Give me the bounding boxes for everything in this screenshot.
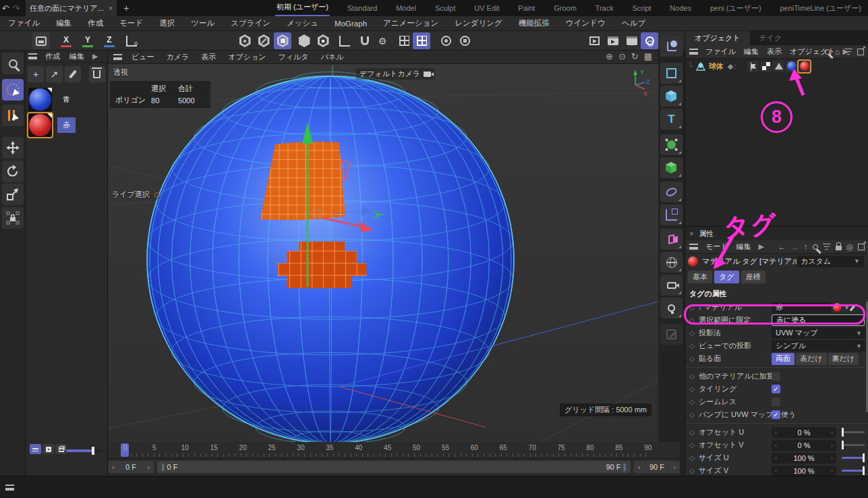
attr-diamond-icon[interactable]: ◇ <box>689 385 699 393</box>
layout-tab[interactable]: peni (ユーザー) <box>709 1 763 16</box>
subdivision-surface-button[interactable] <box>660 134 683 155</box>
grid-snap-button[interactable] <box>395 32 413 49</box>
model-mode-button[interactable] <box>295 32 313 49</box>
interactive-render-button[interactable] <box>641 32 658 49</box>
render-view-button[interactable] <box>585 32 603 49</box>
attr-diamond-icon[interactable]: ◇ <box>689 355 699 362</box>
filter-icon[interactable] <box>844 49 852 55</box>
hamburger-icon[interactable] <box>689 49 698 55</box>
tab-takes[interactable]: テイク <box>750 31 792 45</box>
decrement-icon[interactable]: ‹ <box>775 442 777 449</box>
export-icon[interactable] <box>858 244 865 250</box>
points-mode-button[interactable] <box>236 32 254 49</box>
range-start-handle[interactable]: ∥ <box>161 463 167 471</box>
render-picture-viewer-button[interactable] <box>604 32 622 49</box>
layout-tab[interactable]: Sculpt <box>434 1 457 15</box>
viewport-menu-item[interactable]: オプション <box>228 52 266 62</box>
material-tag-red[interactable] <box>799 61 810 72</box>
hamburger-icon[interactable] <box>689 244 698 250</box>
menu-item[interactable]: ヘルプ <box>614 18 654 28</box>
radial-settings-button[interactable] <box>456 32 473 49</box>
tab-objects[interactable]: オブジェクト <box>685 31 750 45</box>
target-icon[interactable]: ◎ <box>846 242 853 252</box>
projection-dropdown[interactable]: UVW マップ▼ <box>772 327 866 339</box>
undo-view-button[interactable] <box>32 32 50 49</box>
lock-workplane-tool-button[interactable] <box>2 207 24 229</box>
add-document-icon[interactable]: + <box>123 3 129 13</box>
attr-diamond-icon[interactable]: ◇ <box>689 316 699 324</box>
value-spinner[interactable]: ‹0 %› <box>772 440 836 451</box>
list-view-button[interactable] <box>30 444 41 454</box>
decrement-icon[interactable]: ‹ <box>112 463 115 471</box>
search-icon[interactable] <box>813 244 818 250</box>
current-frame-spinner[interactable]: ‹ 0 F › <box>108 461 154 473</box>
material-thumbnail[interactable] <box>28 113 52 137</box>
axis-lock-y-button[interactable]: Y <box>80 32 96 49</box>
axis-lock-x-button[interactable]: X <box>58 32 74 49</box>
tab-tag[interactable]: タグ <box>714 271 739 283</box>
viewport-menu-item[interactable]: フィルタ <box>279 52 309 62</box>
menu-item[interactable]: 選択 <box>151 18 183 28</box>
restrict-selection-input[interactable]: 赤に塗る <box>772 314 865 326</box>
decrement-icon[interactable]: ‹ <box>775 429 777 436</box>
redo-icon[interactable]: ↷ <box>11 3 22 13</box>
camera-label[interactable]: デフォルトカメラ <box>356 68 434 80</box>
menu-item[interactable]: メッシュ <box>279 18 326 28</box>
material-item-blue[interactable]: 青 <box>28 88 107 111</box>
primitive-cube-button[interactable] <box>660 86 683 107</box>
decrement-icon[interactable]: ‹ <box>775 455 777 462</box>
close-icon[interactable]: × <box>689 229 693 238</box>
menu-item[interactable]: ファイル <box>0 18 48 28</box>
checkbox[interactable] <box>772 372 780 381</box>
viewport-menu-item[interactable]: ビュー <box>132 52 154 62</box>
apply-material-button[interactable]: ↗ <box>46 66 62 82</box>
layer-dots-icon[interactable]: ◆: <box>728 62 737 71</box>
pan-view-icon[interactable]: ⊕ <box>606 51 613 61</box>
more-menu-icon[interactable]: ▶ <box>759 242 764 251</box>
generator-cube-button[interactable] <box>660 157 683 178</box>
polygons-mode-button[interactable] <box>274 32 291 49</box>
move-tool-button[interactable] <box>2 137 24 159</box>
rotate-view-icon[interactable]: ↻ <box>631 51 639 61</box>
layout-tab[interactable]: Standard <box>346 1 379 15</box>
tab-basic[interactable]: 基本 <box>688 271 712 283</box>
stack-view-button[interactable] <box>55 444 67 454</box>
rotate-tool-button[interactable] <box>2 161 24 182</box>
export-icon[interactable] <box>857 49 864 55</box>
menu-item[interactable]: ウインドウ <box>558 18 614 28</box>
view-projection-dropdown[interactable]: シンプル▼ <box>772 340 866 352</box>
search-icon[interactable] <box>825 49 830 55</box>
layout-tab[interactable]: Groom <box>552 1 578 15</box>
menu-item[interactable]: 作成 <box>80 18 111 28</box>
side-both-button[interactable]: 両面 <box>772 353 794 365</box>
motext-button[interactable]: T <box>660 109 683 130</box>
thumbnail-size-slider[interactable] <box>66 449 101 452</box>
attribute-menu-item[interactable]: モード <box>705 242 728 252</box>
material-tag-blue[interactable] <box>786 61 797 72</box>
menu-item[interactable]: スプライン <box>223 18 279 28</box>
environment-button[interactable] <box>660 252 683 273</box>
material-menu-item[interactable]: 作成 <box>45 51 60 61</box>
material-menu-item[interactable]: 編集 <box>69 51 84 61</box>
coordinate-system-button[interactable] <box>123 32 140 49</box>
layout-tab[interactable]: UV Edit <box>473 1 500 15</box>
decrement-icon[interactable]: ‹ <box>638 463 641 471</box>
attr-diamond-icon[interactable]: ◇ <box>689 411 699 418</box>
snap-button[interactable] <box>356 32 374 49</box>
more-menu-icon[interactable]: ▶ <box>92 52 98 61</box>
chevron-down-icon[interactable]: ▼ <box>844 304 850 311</box>
menu-item[interactable]: 編集 <box>48 18 80 28</box>
snap-settings-button[interactable]: ⚙ <box>374 32 391 49</box>
object-menu-item[interactable]: ファイル <box>705 47 736 57</box>
side-back-button[interactable]: 裏だけ <box>828 353 859 365</box>
hamburger-icon[interactable] <box>28 53 37 59</box>
up-icon[interactable]: ↑ <box>804 242 808 252</box>
attr-diamond-icon[interactable]: ◇ <box>689 304 699 311</box>
attr-diamond-icon[interactable]: ◇ <box>689 342 699 350</box>
layout-tab[interactable]: Nodes <box>668 1 693 15</box>
deformer-button[interactable] <box>660 182 683 202</box>
menu-item[interactable]: モード <box>111 18 151 28</box>
attr-diamond-icon[interactable]: ◇ <box>689 467 699 474</box>
material-item-red[interactable]: 赤 <box>28 113 107 137</box>
grid-view-button[interactable] <box>42 444 54 454</box>
